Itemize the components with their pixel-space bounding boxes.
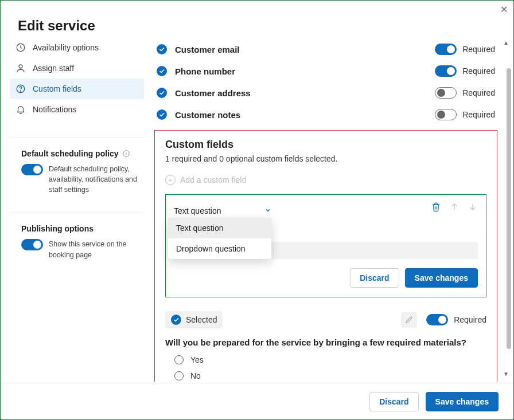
required-label: Required [462, 66, 495, 76]
required-label: Required [462, 45, 495, 54]
add-custom-field-button[interactable]: + Add a custom field [165, 175, 486, 185]
selected-chip-label: Selected [186, 315, 217, 324]
move-up-icon[interactable] [449, 202, 460, 212]
section-title: Default scheduling policy [21, 149, 119, 158]
field-label: Customer notes [175, 110, 435, 120]
publishing-desc: Show this service on the booking page [49, 239, 142, 260]
field-row: Customer address Required [154, 82, 497, 104]
scroll-down-icon[interactable]: ▼ [503, 371, 509, 377]
sidebar-item-notifications[interactable]: Notifications [10, 99, 144, 120]
custom-fields-panel: Custom fields 1 required and 0 optional … [154, 130, 497, 382]
scheduling-policy-section: Default scheduling policy Default schedu… [10, 137, 144, 195]
custom-field-editor: Text question Text question Dropdown que… [165, 194, 486, 297]
sidebar-item-custom-fields[interactable]: Custom fields [10, 78, 144, 99]
main-panel: ▲ ▼ Customer email Required Phone number… [149, 33, 513, 382]
save-changes-button[interactable]: Save changes [426, 392, 499, 411]
field-type-option[interactable]: Text question [168, 218, 271, 238]
custom-fields-subtitle: 1 required and 0 optional custom fields … [165, 154, 486, 163]
close-icon[interactable]: ✕ [500, 4, 508, 15]
publishing-section: Publishing options Show this service on … [10, 212, 144, 260]
question-circle-icon [15, 84, 26, 94]
required-toggle[interactable] [435, 87, 457, 99]
sidebar-item-assign-staff[interactable]: Assign staff [10, 58, 144, 78]
check-circle-icon [171, 315, 181, 325]
section-title: Publishing options [21, 224, 142, 233]
check-circle-icon[interactable] [157, 66, 167, 76]
field-save-button[interactable]: Save changes [405, 268, 478, 288]
field-type-option[interactable]: Dropdown question [168, 238, 271, 259]
custom-fields-title: Custom fields [165, 139, 486, 151]
bell-icon [15, 104, 26, 115]
radio-icon [174, 355, 184, 364]
field-label: Customer address [175, 88, 435, 98]
required-toggle[interactable] [435, 44, 457, 55]
discard-button[interactable]: Discard [369, 392, 418, 411]
plus-circle-icon: + [165, 175, 176, 185]
required-label: Required [454, 315, 486, 324]
clock-icon [15, 42, 26, 53]
required-toggle[interactable] [435, 109, 457, 120]
question-text: Will you be prepared for the service by … [165, 336, 486, 348]
required-toggle[interactable] [435, 65, 457, 77]
svg-point-1 [19, 65, 22, 68]
existing-question: Selected Required Will you be prepared f… [165, 311, 486, 380]
field-discard-button[interactable]: Discard [350, 268, 399, 288]
sidebar-item-label: Notifications [33, 105, 76, 114]
scheduling-policy-desc: Default scheduling policy, availability,… [49, 164, 142, 195]
scrollbar[interactable] [507, 61, 511, 365]
option-label: Yes [190, 355, 204, 364]
required-label: Required [462, 88, 495, 97]
field-row: Phone number Required [154, 60, 497, 82]
info-icon[interactable] [122, 150, 130, 158]
delete-icon[interactable] [431, 202, 441, 212]
field-row: Customer notes Required [154, 104, 497, 125]
field-type-dropdown[interactable]: Text question [174, 203, 271, 219]
sidebar-item-label: Assign staff [33, 64, 74, 73]
chevron-down-icon [264, 206, 271, 215]
footer: Discard Save changes [1, 383, 513, 419]
sidebar-item-label: Custom fields [33, 84, 81, 93]
field-label: Phone number [175, 66, 435, 76]
person-icon [15, 63, 26, 73]
check-circle-icon[interactable] [157, 109, 167, 120]
radio-icon [174, 371, 184, 380]
question-required-toggle[interactable] [426, 314, 448, 325]
default-fields-list: Customer email Required Phone number Req… [154, 38, 497, 125]
field-type-menu: Text question Dropdown question [168, 218, 271, 259]
move-down-icon[interactable] [468, 202, 478, 212]
field-row: Customer email Required [154, 38, 497, 60]
question-option[interactable]: No [174, 371, 486, 380]
scroll-up-icon[interactable]: ▲ [503, 40, 509, 46]
required-label: Required [462, 110, 495, 119]
sidebar-item-availability[interactable]: Availability options [10, 37, 144, 58]
option-label: No [190, 371, 201, 380]
svg-point-3 [20, 91, 21, 91]
sidebar-item-label: Availability options [33, 43, 99, 52]
publishing-toggle[interactable] [21, 239, 43, 250]
check-circle-icon[interactable] [157, 88, 167, 98]
add-custom-field-label: Add a custom field [180, 175, 246, 185]
scheduling-policy-toggle[interactable] [21, 164, 43, 175]
sidebar: Availability options Assign staff Custom… [1, 33, 149, 382]
edit-icon[interactable] [401, 312, 417, 328]
question-option[interactable]: Yes [174, 355, 486, 364]
field-label: Customer email [175, 45, 435, 54]
field-type-selected: Text question [174, 206, 221, 215]
selected-chip[interactable]: Selected [165, 311, 223, 328]
check-circle-icon[interactable] [157, 44, 167, 54]
